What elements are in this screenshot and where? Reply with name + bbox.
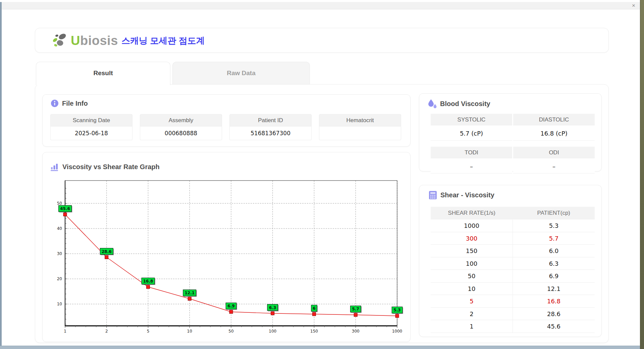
shear-viscosity-table: SHEAR RATE(1/s) PATIENT(cp) 10005.33005.… (431, 207, 595, 333)
file-info-title: File Info (62, 100, 88, 107)
logo-text: Ubiosis (71, 34, 118, 48)
shear-rate-cell: 5 (431, 295, 513, 307)
svg-text:16.8: 16.8 (143, 279, 153, 284)
svg-text:2: 2 (105, 329, 108, 334)
shear-viscosity-header: Shear - Viscosity (429, 191, 494, 200)
field-value: 2025-06-18 (50, 127, 132, 140)
app-title-korean: 스캐닝 모세관 점도계 (121, 35, 205, 47)
field-label: Assembly (140, 114, 222, 127)
shear-rate-cell: 2 (431, 308, 513, 320)
field-value: 000680888 (140, 127, 222, 140)
header-card: Ubiosis 스캐닝 모세관 점도계 (35, 28, 609, 53)
svg-text:12.1: 12.1 (184, 291, 195, 295)
svg-text:45.6: 45.6 (60, 206, 70, 211)
logo-letter-u: U (71, 34, 80, 48)
patient-cell: 16.8 (513, 295, 595, 307)
todi-label: TODI (431, 147, 512, 158)
table-row: 1012.1 (431, 283, 595, 295)
shear-rate-cell: 1000 (431, 219, 513, 232)
blood-drops-icon (428, 99, 437, 108)
shear-rate-cell: 150 (431, 245, 513, 257)
table-row: 1006.3 (431, 257, 595, 270)
shear-rate-cell: 300 (431, 232, 513, 245)
patient-cell: 5.7 (513, 232, 595, 245)
patient-cell: 45.6 (513, 320, 595, 333)
svg-text:1000: 1000 (392, 329, 402, 334)
blood-viscosity-table: SYSTOLIC DIASTOLIC 5.7 (cP) 16.8 (cP) TO… (431, 114, 595, 173)
shear-viscosity-card: Shear - Viscosity SHEAR RATE(1/s) PATIEN… (419, 185, 602, 337)
table-row: 1506.0 (431, 245, 595, 257)
table-row: 145.6 (431, 320, 595, 333)
svg-text:150: 150 (310, 329, 318, 334)
shear-rate-cell: 10 (431, 283, 513, 295)
patient-cell: 5.3 (513, 219, 595, 232)
close-icon[interactable]: × (632, 2, 635, 9)
field-label: Scanning Date (50, 114, 132, 127)
window-bottom-border (0, 346, 640, 349)
info-icon (51, 99, 59, 107)
desktop-background-sliver (640, 0, 644, 349)
file-info-header: File Info (51, 99, 88, 107)
blood-viscosity-title: Blood Viscosity (440, 100, 490, 108)
odi-label: ODI (513, 147, 595, 158)
svg-text:300: 300 (352, 329, 360, 334)
field-value: 51681367300 (229, 127, 312, 140)
svg-text:6.3: 6.3 (269, 305, 276, 310)
patient-cell: 6.0 (513, 245, 595, 257)
logo-letters-biosis: biosis (80, 34, 118, 48)
field-label: Patient ID (229, 114, 312, 127)
table-row: 516.8 (431, 295, 595, 308)
svg-text:6.9: 6.9 (227, 304, 234, 308)
table-row: 228.6 (431, 308, 595, 320)
shear-rate-cell: 1 (431, 320, 513, 333)
patient-column-header: PATIENT(cp) (513, 207, 595, 219)
file-info-field-scanning-date: Scanning Date2025-06-18 (50, 114, 132, 140)
svg-text:30: 30 (57, 251, 62, 256)
window-left-border (0, 2, 2, 346)
odi-value: – (513, 159, 595, 173)
svg-text:50: 50 (57, 201, 62, 206)
shear-viscosity-title: Shear - Viscosity (440, 191, 494, 199)
ubiosis-logo-mark-icon (51, 32, 69, 49)
blood-viscosity-header: Blood Viscosity (428, 99, 490, 108)
systolic-value: 5.7 (cP) (431, 127, 512, 141)
table-row: 10005.3 (431, 219, 595, 232)
window-titlebar: × (2, 2, 640, 9)
systolic-label: SYSTOLIC (431, 114, 512, 126)
svg-text:10: 10 (57, 302, 62, 306)
spacer (431, 142, 595, 146)
patient-cell: 6.3 (513, 257, 595, 270)
svg-text:50: 50 (228, 329, 233, 334)
blood-viscosity-card: Blood Viscosity SYSTOLIC DIASTOLIC 5.7 (… (419, 93, 602, 171)
table-row: 506.9 (431, 270, 595, 283)
ubiosis-logo: Ubiosis (51, 32, 118, 49)
field-label: Hematocrit (319, 114, 401, 127)
diastolic-label: DIASTOLIC (513, 114, 595, 126)
svg-text:5.7: 5.7 (352, 307, 359, 311)
file-info-field-patient-id: Patient ID51681367300 (229, 114, 312, 140)
calculator-icon (429, 191, 437, 200)
svg-text:5.3: 5.3 (393, 308, 400, 312)
field-value (319, 127, 401, 140)
table-header-row: SHEAR RATE(1/s) PATIENT(cp) (431, 207, 595, 219)
svg-text:5: 5 (147, 329, 150, 334)
file-info-fields: Scanning Date2025-06-18Assembly000680888… (50, 114, 401, 140)
shear-rate-cell: 50 (431, 270, 513, 282)
svg-text:6: 6 (313, 306, 315, 311)
file-info-field-assembly: Assembly000680888 (140, 114, 222, 140)
tab-result[interactable]: Result (36, 62, 170, 85)
shear-rate-cell: 100 (431, 257, 513, 270)
svg-text:1: 1 (64, 329, 66, 334)
tab-raw-data[interactable]: Raw Data (172, 62, 310, 85)
viscosity-shear-rate-chart: 10203040501251050100150300100045.628.616… (43, 152, 411, 342)
todi-value: – (431, 159, 512, 173)
svg-text:40: 40 (57, 226, 62, 231)
viscosity-graph-card: Viscosity vs Shear Rate Graph 1020304050… (42, 152, 411, 342)
table-body: 10005.33005.71506.01006.3506.91012.1516.… (431, 219, 595, 333)
svg-text:10: 10 (187, 329, 192, 334)
shear-rate-column-header: SHEAR RATE(1/s) (431, 207, 513, 219)
app-window: × Ubiosis 스캐닝 모세관 점도계 Result Raw Data (0, 0, 644, 349)
patient-cell: 12.1 (513, 283, 595, 295)
diastolic-value: 16.8 (cP) (513, 127, 595, 141)
svg-text:100: 100 (269, 329, 276, 334)
